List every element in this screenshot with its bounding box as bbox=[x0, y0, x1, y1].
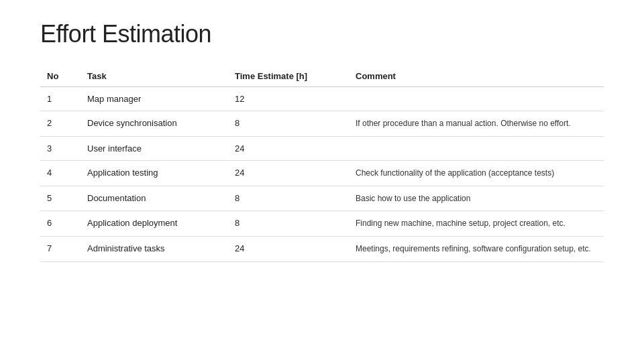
cell-time-estimate: 8 bbox=[228, 111, 349, 137]
effort-table: No Task Time Estimate [h] Comment 1Map m… bbox=[40, 67, 604, 262]
cell-comment: Finding new machine, machine setup, proj… bbox=[349, 211, 604, 237]
cell-comment: If other procedure than a manual action.… bbox=[349, 111, 604, 137]
page-title: Effort Estimation bbox=[40, 20, 604, 48]
cell-time-estimate: 24 bbox=[228, 136, 349, 160]
cell-no: 3 bbox=[40, 136, 80, 160]
table-row: 3User interface24 bbox=[40, 136, 604, 160]
cell-task: User interface bbox=[80, 136, 228, 160]
cell-no: 2 bbox=[40, 111, 80, 137]
table-row: 4Application testing24Check functionalit… bbox=[40, 160, 604, 186]
cell-time-estimate: 8 bbox=[228, 186, 349, 211]
table-row: 7Administrative tasks24Meetings, require… bbox=[40, 237, 604, 262]
table-row: 1Map manager12 bbox=[40, 87, 604, 111]
cell-task: Application deployment bbox=[80, 211, 228, 237]
cell-no: 4 bbox=[40, 160, 80, 186]
header-comment: Comment bbox=[349, 67, 604, 87]
cell-time-estimate: 24 bbox=[228, 160, 349, 186]
cell-task: Map manager bbox=[80, 87, 228, 111]
cell-time-estimate: 8 bbox=[228, 211, 349, 237]
table-row: 2Device synchronisation8If other procedu… bbox=[40, 111, 604, 137]
cell-comment bbox=[349, 87, 604, 111]
cell-task: Device synchronisation bbox=[80, 111, 228, 137]
cell-task: Documentation bbox=[80, 186, 228, 211]
cell-time-estimate: 12 bbox=[228, 87, 349, 111]
table-row: 5Documentation8Basic how to use the appl… bbox=[40, 186, 604, 211]
cell-comment: Basic how to use the application bbox=[349, 186, 604, 211]
cell-comment: Check functionality of the application (… bbox=[349, 160, 604, 186]
header-time-estimate: Time Estimate [h] bbox=[228, 67, 349, 87]
table-header-row: No Task Time Estimate [h] Comment bbox=[40, 67, 604, 87]
comment-text: Check functionality of the application (… bbox=[356, 168, 554, 178]
header-task: Task bbox=[80, 67, 228, 87]
comment-text: Basic how to use the application bbox=[356, 194, 470, 203]
cell-time-estimate: 24 bbox=[228, 237, 349, 262]
cell-no: 1 bbox=[40, 87, 80, 111]
cell-no: 6 bbox=[40, 211, 80, 237]
header-no: No bbox=[40, 67, 80, 87]
page-container: Effort Estimation No Task Time Estimate … bbox=[0, 0, 644, 282]
cell-task: Application testing bbox=[80, 160, 228, 186]
comment-text: If other procedure than a manual action.… bbox=[356, 119, 571, 128]
cell-comment bbox=[349, 136, 604, 160]
cell-no: 7 bbox=[40, 237, 80, 262]
comment-text: Meetings, requirements refining, softwar… bbox=[356, 244, 591, 253]
cell-no: 5 bbox=[40, 186, 80, 211]
cell-task: Administrative tasks bbox=[80, 237, 228, 262]
cell-comment: Meetings, requirements refining, softwar… bbox=[349, 237, 604, 262]
table-row: 6Application deployment8Finding new mach… bbox=[40, 211, 604, 237]
comment-text: Finding new machine, machine setup, proj… bbox=[356, 219, 566, 228]
